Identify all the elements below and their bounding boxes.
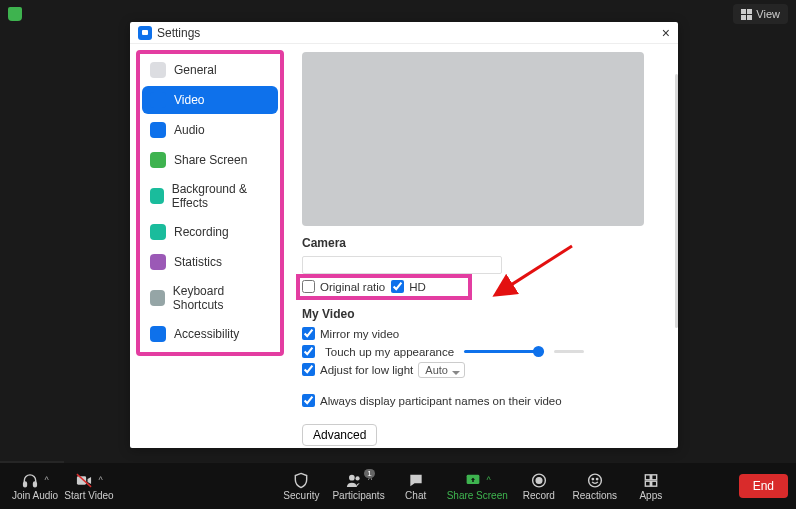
toolbar-record[interactable]: Record [512, 472, 566, 501]
checkbox-input[interactable] [302, 327, 315, 340]
toolbar-chat[interactable]: Chat [389, 472, 443, 501]
end-button[interactable]: End [739, 474, 788, 498]
sidebar-item-label: Keyboard Shortcuts [173, 284, 270, 312]
camera-select[interactable] [302, 256, 502, 274]
ratio-row: Original ratio HD [302, 280, 664, 293]
checkbox-input[interactable] [302, 345, 315, 358]
toolbar-reactions[interactable]: Reactions [568, 472, 622, 501]
checkbox-label: Original ratio [320, 281, 385, 293]
apps-icon [642, 472, 660, 489]
toolbar-label: Record [523, 490, 555, 501]
sidebar-item-label: Share Screen [174, 153, 247, 167]
sidebar-item-accessibility[interactable]: Accessibility [142, 320, 278, 348]
svg-point-6 [355, 476, 359, 480]
sidebar-item-statistics[interactable]: Statistics [142, 248, 278, 276]
camera-icon [150, 92, 166, 108]
annotation-highlight-sidebar: General Video Audio Share Screen Backgro… [136, 50, 284, 356]
sidebar-item-label: General [174, 63, 217, 77]
svg-rect-15 [645, 481, 650, 486]
participants-count-badge: 1 [364, 469, 374, 478]
toolbar-apps[interactable]: Apps [624, 472, 678, 501]
settings-sidebar: General Video Audio Share Screen Backgro… [130, 44, 290, 448]
sidebar-item-recording[interactable]: Recording [142, 218, 278, 246]
sidebar-item-label: Statistics [174, 255, 222, 269]
svg-rect-13 [645, 474, 650, 479]
settings-body: General Video Audio Share Screen Backgro… [130, 44, 678, 448]
background-icon [150, 188, 164, 204]
checkbox-label: Adjust for low light [320, 364, 413, 376]
camera-section-label: Camera [302, 236, 664, 250]
headphones-icon [150, 122, 166, 138]
checkbox-input[interactable] [391, 280, 404, 293]
checkbox-touchup[interactable]: Touch up my appearance [302, 345, 664, 358]
sidebar-item-label: Audio [174, 123, 205, 137]
sidebar-item-background[interactable]: Background & Effects [142, 176, 278, 216]
lowlight-mode-value: Auto [418, 362, 465, 378]
smile-icon [586, 472, 604, 489]
toolbar-join-audio[interactable]: ^ Join Audio [8, 472, 62, 501]
toolbar-start-video[interactable]: ^ Start Video [62, 472, 116, 501]
advanced-button[interactable]: Advanced [302, 424, 377, 446]
checkbox-input[interactable] [302, 280, 315, 293]
toolbar-label: Participants [332, 490, 384, 501]
checkbox-original-ratio[interactable]: Original ratio [302, 280, 385, 293]
checkbox-label: Always display participant names on thei… [320, 395, 562, 407]
toolbar-participants[interactable]: 1 ^ Participants [330, 472, 386, 501]
toolbar-label: Security [283, 490, 319, 501]
settings-content: Camera Original ratio HD My Video [290, 44, 678, 448]
app-icon [138, 26, 152, 40]
toolbar-security[interactable]: Security [274, 472, 328, 501]
svg-point-10 [588, 474, 601, 487]
checkbox-label: Mirror my video [320, 328, 399, 340]
sidebar-item-label: Accessibility [174, 327, 239, 341]
chevron-up-icon[interactable]: ^ [487, 475, 491, 485]
keyboard-icon [150, 290, 165, 306]
toolbar-label: Share Screen [447, 490, 508, 501]
checkbox-label: HD [409, 281, 426, 293]
checkbox-mirror[interactable]: Mirror my video [302, 327, 664, 340]
accessibility-icon [150, 326, 166, 342]
close-icon[interactable]: × [662, 25, 670, 41]
svg-rect-14 [652, 474, 657, 479]
toolbar-share-screen[interactable]: ^ Share Screen [445, 472, 510, 501]
toolbar-label: Reactions [573, 490, 617, 501]
checkbox-always-display-names[interactable]: Always display participant names on thei… [302, 394, 664, 407]
annotation-arrow [494, 244, 574, 304]
shield-icon [292, 472, 310, 489]
shield-icon[interactable] [8, 7, 22, 21]
sidebar-item-shortcuts[interactable]: Keyboard Shortcuts [142, 278, 278, 318]
grid-icon [741, 9, 752, 20]
touchup-slider[interactable] [464, 350, 544, 353]
view-button[interactable]: View [733, 4, 788, 24]
gear-icon [150, 62, 166, 78]
settings-title: Settings [157, 26, 200, 40]
sidebar-item-label: Recording [174, 225, 229, 239]
toolbar-label: Start Video [64, 490, 113, 501]
toolbar-label: Join Audio [12, 490, 58, 501]
chevron-up-icon[interactable]: ^ [44, 475, 48, 485]
sidebar-item-general[interactable]: General [142, 56, 278, 84]
checkbox-input[interactable] [302, 394, 315, 407]
sidebar-item-audio[interactable]: Audio [142, 116, 278, 144]
checkbox-hd[interactable]: HD [391, 280, 426, 293]
record-icon [530, 472, 548, 489]
sidebar-item-share-screen[interactable]: Share Screen [142, 146, 278, 174]
meeting-toolbar: ^ Join Audio ^ Start Video Security 1 ^ … [0, 463, 796, 509]
scrollbar[interactable] [675, 74, 678, 328]
checkbox-input[interactable] [302, 363, 315, 376]
checkbox-lowlight[interactable]: Adjust for low light Auto [302, 363, 664, 376]
svg-rect-2 [34, 481, 37, 486]
toolbar-center-group: Security 1 ^ Participants Chat ^ Share S… [274, 472, 677, 501]
share-icon [150, 152, 166, 168]
settings-titlebar: Settings × [130, 22, 678, 44]
svg-point-11 [592, 478, 593, 479]
lowlight-mode-select[interactable]: Auto [418, 364, 465, 376]
sidebar-item-video[interactable]: Video [142, 86, 278, 114]
svg-rect-16 [652, 481, 657, 486]
camera-preview [302, 52, 644, 226]
share-screen-icon [464, 472, 482, 489]
chevron-up-icon[interactable]: ^ [98, 475, 102, 485]
svg-point-5 [349, 474, 355, 480]
svg-point-12 [596, 478, 597, 479]
view-label: View [756, 8, 780, 20]
